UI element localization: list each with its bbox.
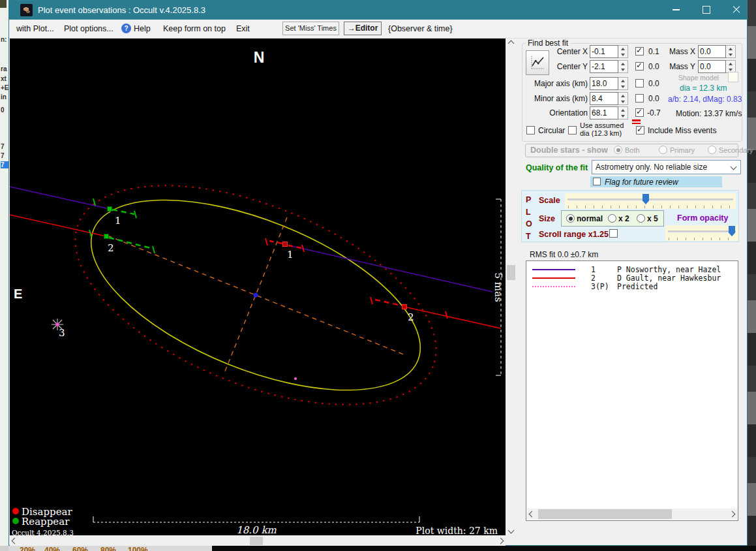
- chord2-disappear-tick: [370, 297, 372, 304]
- center-x-spinner[interactable]: [618, 45, 628, 58]
- scroll-right-arrow[interactable]: [496, 536, 506, 546]
- form-opacity-slider[interactable]: [665, 225, 738, 241]
- background-fragment: ra: [1, 65, 7, 72]
- scale-slider[interactable]: [565, 193, 736, 209]
- zoom-level-button[interactable]: 60%: [72, 546, 88, 551]
- observer-list-scrollbar[interactable]: [527, 509, 737, 520]
- list-scroll-thumb[interactable]: [538, 509, 672, 519]
- scroll-down-arrow[interactable]: [506, 526, 516, 535]
- background-bottom-right: [212, 546, 756, 551]
- observer-time-label[interactable]: {Observer & time}: [388, 24, 453, 33]
- circular-checkbox[interactable]: [526, 126, 535, 134]
- chord2-legend-swatch: [532, 277, 575, 279]
- major-axis-sigma-checkbox[interactable]: [635, 79, 644, 87]
- mass-x-input[interactable]: [698, 45, 726, 58]
- size-x5-radio[interactable]: [637, 214, 645, 223]
- observer-row[interactable]: 3(P) Predicted: [526, 282, 738, 291]
- observer-row[interactable]: 2 D Gault, near Hawkesbur: [526, 274, 738, 282]
- double-both-radio[interactable]: [614, 146, 622, 154]
- chord1-disappear-marker: [283, 242, 288, 247]
- orientation-spinner[interactable]: [618, 106, 628, 119]
- flag-review-checkbox[interactable]: [593, 178, 601, 185]
- zoom-level-button[interactable]: 40%: [44, 546, 60, 551]
- shape-model-box[interactable]: [728, 72, 738, 82]
- size-x2-radio[interactable]: [608, 214, 616, 223]
- list-scroll-right-arrow[interactable]: [727, 509, 737, 519]
- minimize-button[interactable]: [661, 1, 691, 19]
- minor-axis-spinner[interactable]: [618, 92, 628, 105]
- observer-number: 2: [591, 274, 617, 283]
- scroll-up-arrow[interactable]: [506, 39, 516, 48]
- zoom-level-button[interactable]: 20%: [20, 546, 35, 551]
- minor-axis-input[interactable]: [590, 92, 618, 105]
- chord1-disappear-uncertainty-left: [269, 241, 282, 244]
- help-icon[interactable]: ?: [121, 24, 131, 33]
- observer-list[interactable]: 1 P Nosworthy, near Hazel 2 D Gault, nea…: [526, 260, 738, 521]
- list-scroll-left-arrow[interactable]: [527, 509, 537, 519]
- set-miss-times-button[interactable]: Set 'Miss' Times: [282, 22, 339, 35]
- center-y-spinner[interactable]: [618, 60, 628, 73]
- background-fragment: +E: [1, 84, 9, 91]
- km-scale-label: 18.0 km: [236, 524, 277, 535]
- orientation-input[interactable]: [590, 106, 618, 119]
- minor-axis-sigma-checkbox[interactable]: [635, 94, 644, 102]
- size-normal-radio[interactable]: [566, 214, 575, 223]
- menu-plot-options[interactable]: Plot options...: [64, 24, 113, 33]
- mass-y-spinner[interactable]: [726, 60, 736, 73]
- predicted-star-center: [55, 323, 59, 326]
- major-axis-input[interactable]: [590, 77, 618, 90]
- maximize-button[interactable]: [691, 1, 721, 19]
- sky-plot-canvas[interactable]: 1 2 1 2: [10, 39, 506, 535]
- plot-horizontal-scrollbar[interactable]: [10, 536, 506, 546]
- plot-vertical-scrollbar[interactable]: [506, 39, 516, 535]
- opacity-slider-thumb[interactable]: [729, 226, 735, 236]
- menu-exit[interactable]: Exit: [236, 24, 250, 33]
- menu-with-plot[interactable]: with Plot...: [16, 24, 54, 33]
- major-axis-label: Major axis (km): [530, 79, 588, 88]
- include-miss-checkbox[interactable]: [636, 126, 644, 134]
- mass-y-input[interactable]: [698, 60, 726, 73]
- predicted-star-number: 3: [59, 327, 65, 339]
- quality-combobox[interactable]: Astrometry only. No reliable size: [592, 160, 741, 174]
- menu-keep-form-on-top[interactable]: Keep form on top: [163, 24, 226, 33]
- mass-x-spinner[interactable]: [726, 45, 736, 58]
- major-axis-spinner[interactable]: [618, 77, 628, 90]
- plot-vertical-text: PLOT: [526, 194, 534, 242]
- shape-model-label: Shape model: [678, 74, 719, 82]
- double-secondary-radio[interactable]: [708, 146, 716, 154]
- menu-help[interactable]: Help: [134, 24, 151, 33]
- use-assumed-dia-checkbox[interactable]: [568, 126, 577, 134]
- zoom-level-button[interactable]: 80%: [100, 546, 116, 551]
- chord2-disappear-marker: [402, 305, 407, 309]
- chord1-line-right: [289, 245, 492, 292]
- scroll-range-checkbox[interactable]: [609, 229, 618, 238]
- double-secondary-label: Secondary: [719, 146, 753, 154]
- orientation-sigma-checkbox[interactable]: [635, 108, 644, 117]
- plot-vscroll-thumb[interactable]: [507, 265, 515, 280]
- double-primary-radio[interactable]: [659, 146, 667, 154]
- close-button[interactable]: [721, 1, 751, 19]
- chord1-reappear-uncertainty: [112, 210, 134, 214]
- rms-fit-label: RMS fit 0.0 ±0.7 km: [530, 250, 598, 259]
- chord1-reappear-marker: [108, 207, 112, 212]
- scroll-left-arrow[interactable]: [10, 536, 20, 546]
- chord1-disappear-tick: [265, 238, 267, 245]
- background-fragment: 7: [1, 152, 5, 159]
- zoom-level-button[interactable]: 100%: [128, 546, 148, 551]
- fit-chart-button[interactable]: [526, 50, 549, 75]
- center-y-input[interactable]: [590, 60, 618, 73]
- center-x-sigma-checkbox[interactable]: [635, 47, 644, 55]
- background-fragment-highlighted: 7: [1, 161, 8, 168]
- plot-hscroll-thumb[interactable]: [250, 537, 263, 545]
- scale-slider-thumb[interactable]: [643, 194, 649, 204]
- double-both-label: Both: [625, 146, 640, 154]
- observer-row[interactable]: 1 P Nosworthy, near Hazel: [526, 265, 738, 274]
- chord2-line-right: [404, 307, 501, 328]
- editor-button[interactable]: →Editor: [344, 22, 382, 35]
- chord2-reappear-number: 2: [108, 242, 114, 254]
- mass-y-label: Mass Y: [667, 62, 695, 71]
- center-x-input[interactable]: [590, 45, 618, 58]
- sky-plane-plot[interactable]: 1 2 1 2: [10, 39, 506, 535]
- center-y-sigma-checkbox[interactable]: [635, 62, 644, 71]
- orientation-highlight-marker: [632, 119, 641, 124]
